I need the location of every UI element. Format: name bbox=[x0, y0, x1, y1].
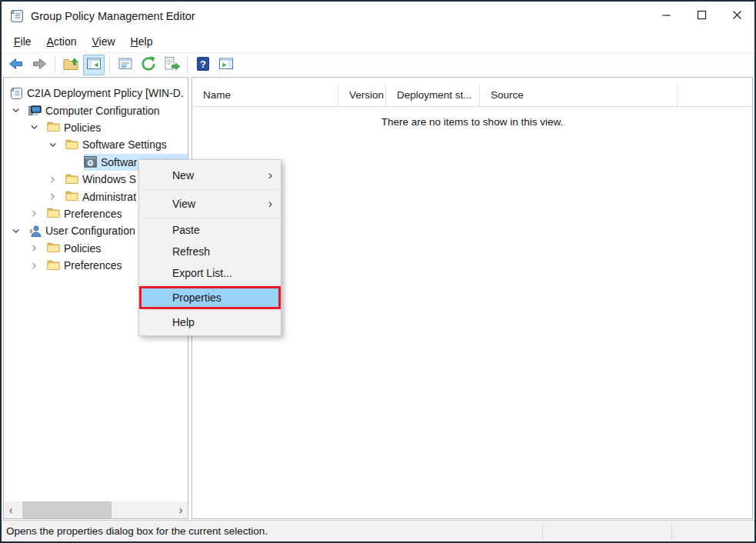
menu-item-label: Refresh bbox=[172, 245, 210, 258]
menu-item-label: New bbox=[172, 169, 194, 182]
tree-item-computer-configuration[interactable]: Computer Configuration bbox=[4, 102, 188, 118]
close-button[interactable] bbox=[719, 2, 754, 30]
export-list-button[interactable] bbox=[161, 55, 182, 75]
window-title: Group Policy Management Editor bbox=[31, 10, 195, 22]
software-installation-icon bbox=[84, 155, 97, 168]
menu-file[interactable]: File bbox=[6, 32, 39, 51]
tree-item-label: Computer Configuration bbox=[45, 105, 160, 117]
context-menu-item-help[interactable]: Help bbox=[139, 311, 281, 333]
chevron-expanded-icon[interactable] bbox=[30, 123, 47, 132]
tree-item-c2ia-deployment-pplicy-win-d[interactable]: C2IA Deployment Pplicy [WIN-D. bbox=[4, 85, 188, 102]
context-menu-item-view[interactable]: View› bbox=[139, 191, 281, 217]
up-one-level-icon bbox=[62, 55, 79, 75]
menubar: FileActionViewHelp bbox=[2, 30, 754, 52]
tree-item-label: Windows S bbox=[82, 173, 136, 185]
context-menu-item-new[interactable]: New› bbox=[139, 162, 281, 188]
tree-item-label: Preferences bbox=[64, 259, 122, 272]
help-button[interactable]: ? bbox=[192, 55, 214, 75]
tree-item-surface: Computer Configuration bbox=[28, 102, 188, 118]
gpo-scroll-icon bbox=[10, 9, 24, 23]
folder-icon bbox=[47, 121, 60, 134]
tree-item-label: Policies bbox=[64, 242, 101, 255]
chevron-collapsed-icon[interactable] bbox=[30, 244, 47, 252]
column-header-deployment-st[interactable]: Deployment st... bbox=[386, 84, 480, 106]
scroll-right-arrow[interactable]: › bbox=[174, 501, 188, 518]
refresh-button[interactable] bbox=[138, 55, 159, 75]
tree-item-policies[interactable]: Policies bbox=[4, 119, 188, 136]
forward-button[interactable] bbox=[28, 55, 50, 75]
folder-icon bbox=[65, 138, 78, 152]
chevron-expanded-icon[interactable] bbox=[12, 106, 28, 115]
submenu-arrow-icon: › bbox=[268, 198, 272, 210]
refresh-icon bbox=[140, 55, 157, 75]
up-one-level-button[interactable] bbox=[60, 55, 82, 75]
menu-help[interactable]: Help bbox=[123, 32, 161, 51]
menu-separator bbox=[141, 218, 279, 218]
window-controls bbox=[648, 2, 754, 30]
menu-item-label: Properties bbox=[172, 291, 221, 304]
menu-item-label: Export List... bbox=[172, 267, 232, 279]
menu-view[interactable]: View bbox=[85, 32, 123, 51]
toolbar-separator bbox=[187, 57, 188, 73]
column-header-version[interactable]: Version bbox=[338, 84, 386, 106]
menu-separator bbox=[141, 285, 279, 285]
chevron-collapsed-icon[interactable] bbox=[30, 262, 47, 270]
context-menu: New›View›PasteRefreshExport List...Prope… bbox=[138, 159, 281, 336]
column-header-name[interactable]: Name bbox=[192, 84, 338, 106]
context-menu-item-properties[interactable]: Properties bbox=[139, 286, 281, 309]
horizontal-scrollbar[interactable]: ‹ › bbox=[4, 501, 188, 518]
list-column-headers: NameVersionDeployment st...Source bbox=[192, 84, 752, 107]
scroll-left-arrow[interactable]: ‹ bbox=[4, 501, 18, 518]
submenu-arrow-icon: › bbox=[268, 169, 272, 182]
scroll-track[interactable] bbox=[18, 501, 174, 518]
context-menu-item-refresh[interactable]: Refresh bbox=[139, 241, 281, 262]
svg-text:?: ? bbox=[200, 58, 206, 69]
tree-item-label: C2IA Deployment Pplicy [WIN-D. bbox=[27, 87, 184, 99]
scroll-thumb[interactable] bbox=[22, 501, 112, 518]
tree-item-label: User Configuration bbox=[45, 225, 135, 237]
folder-icon bbox=[47, 259, 60, 272]
chevron-expanded-icon[interactable] bbox=[12, 227, 28, 235]
gpo-scroll-icon bbox=[10, 87, 23, 100]
maximize-button[interactable] bbox=[684, 2, 719, 30]
show-action-pane-button[interactable] bbox=[215, 55, 237, 75]
help-icon: ? bbox=[195, 55, 211, 75]
group-policy-management-editor-window: Group Policy Management Editor FileActio… bbox=[0, 0, 756, 543]
user-icon bbox=[28, 225, 42, 238]
column-header-label: Deployment st... bbox=[397, 89, 472, 101]
statusbar-text: Opens the properties dialog box for the … bbox=[6, 525, 268, 537]
chevron-expanded-icon[interactable] bbox=[48, 141, 65, 149]
column-header-source[interactable]: Source bbox=[480, 84, 678, 106]
tree-item-surface: Policies bbox=[47, 119, 188, 136]
chevron-collapsed-icon[interactable] bbox=[48, 175, 65, 184]
tree-item-label: Administrat bbox=[82, 191, 136, 203]
context-menu-item-export-list[interactable]: Export List... bbox=[139, 262, 281, 284]
show-console-tree-icon bbox=[85, 55, 102, 75]
export-list-icon bbox=[163, 55, 180, 75]
context-menu-item-paste[interactable]: Paste bbox=[139, 219, 281, 241]
chevron-collapsed-icon[interactable] bbox=[30, 209, 47, 218]
tree-item-software-settings[interactable]: Software Settings bbox=[4, 136, 188, 153]
console-content: C2IA Deployment Pplicy [WIN-D.Computer C… bbox=[2, 76, 754, 520]
menu-separator bbox=[141, 189, 279, 190]
forward-icon bbox=[31, 55, 48, 75]
titlebar: Group Policy Management Editor bbox=[2, 2, 754, 30]
tree-item-label: Preferences bbox=[64, 208, 122, 220]
folder-icon bbox=[47, 242, 60, 255]
show-console-tree-button[interactable] bbox=[83, 55, 105, 75]
statusbar-divider bbox=[542, 524, 543, 540]
properties-icon bbox=[117, 55, 134, 75]
folder-icon bbox=[47, 207, 60, 220]
properties-button[interactable] bbox=[115, 55, 136, 75]
menu-action[interactable]: Action bbox=[39, 32, 85, 51]
folder-icon bbox=[65, 173, 78, 186]
menu-item-label: Paste bbox=[172, 224, 200, 236]
toolbar-separator bbox=[55, 57, 55, 73]
minimize-button[interactable] bbox=[648, 2, 684, 30]
close-icon bbox=[732, 10, 742, 22]
tree-item-surface: C2IA Deployment Pplicy [WIN-D. bbox=[10, 85, 188, 102]
chevron-collapsed-icon[interactable] bbox=[48, 192, 65, 201]
column-header-label: Source bbox=[491, 89, 524, 101]
back-button[interactable] bbox=[5, 55, 27, 75]
toolbar-separator bbox=[109, 57, 110, 73]
